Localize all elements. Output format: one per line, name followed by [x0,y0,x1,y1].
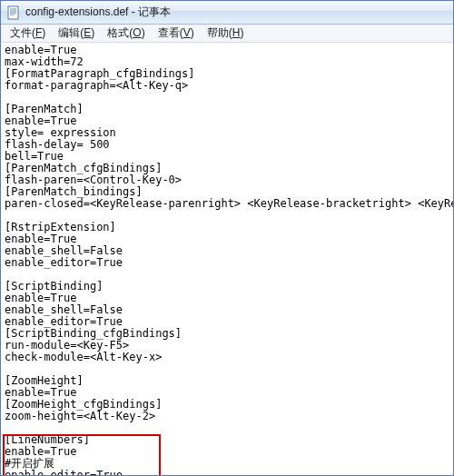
editor-line: enable_editor=True [5,470,449,475]
menubar: 文件(F) 编辑(E) 格式(O) 查看(V) 帮助(H) [1,25,453,43]
notepad-window: config-extensions.def - 记事本 文件(F) 编辑(E) … [0,0,454,476]
editor-line: check-module=<Alt-Key-x> [5,352,449,363]
titlebar[interactable]: config-extensions.def - 记事本 [1,1,453,25]
editor-line: paren-closed=<KeyRelease-parenright> <Ke… [5,198,449,210]
editor-line: enable=True [5,446,449,458]
menu-view[interactable]: 查看(V) [153,25,200,42]
editor-line: format-paragraph=<Alt-Key-q> [5,80,449,92]
text-editor[interactable]: enable=Truemax-width=72[FormatParagraph_… [1,43,453,475]
editor-line: zoom-height=<Alt-Key-2> [5,411,449,422]
editor-line: enable_editor=True [5,257,449,269]
window-title: config-extensions.def - 记事本 [25,5,171,20]
notepad-icon [6,5,21,20]
menu-help[interactable]: 帮助(H) [202,25,250,42]
menu-edit[interactable]: 编辑(E) [53,25,100,42]
editor-line: flash-delay= 500 [5,139,449,151]
menu-file[interactable]: 文件(F) [5,25,51,42]
menu-format[interactable]: 格式(O) [102,25,150,42]
